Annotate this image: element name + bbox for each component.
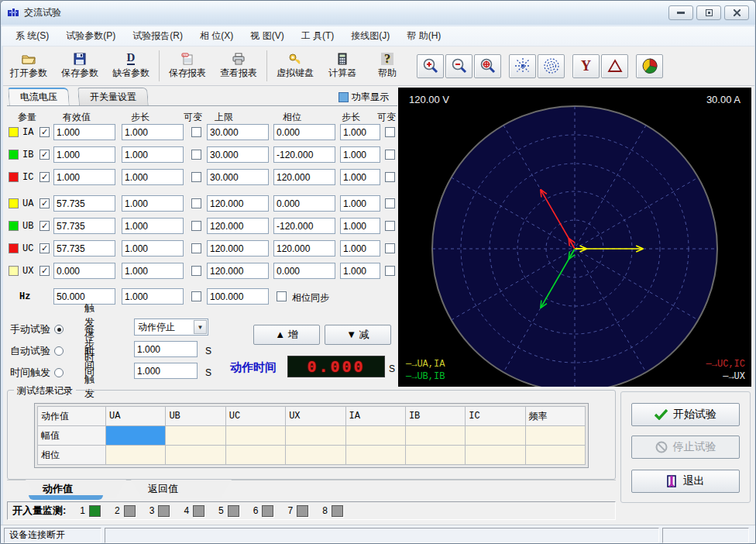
time-trigger-option[interactable]: 时间触发 时间触发 S	[10, 363, 64, 382]
variable-checkbox[interactable]	[191, 243, 201, 253]
decrease-button[interactable]: ▼ 减	[325, 325, 391, 345]
save-report-button[interactable]: EXL 保存报表	[162, 48, 213, 84]
enable-checkbox[interactable]	[40, 243, 50, 253]
value-input[interactable]	[53, 263, 115, 279]
menu-tools[interactable]: 工 具(T)	[294, 27, 342, 45]
manual-test-option[interactable]: 手动试验 触发停止 动作停止 ▼	[10, 320, 64, 339]
auto-test-option[interactable]: 自动试验 每步时间 S	[10, 342, 64, 360]
menu-view[interactable]: 视 图(V)	[242, 27, 291, 45]
enable-checkbox[interactable]	[40, 127, 50, 137]
value-input[interactable]	[53, 146, 115, 163]
variable-checkbox[interactable]	[191, 221, 201, 231]
delta-mode-button[interactable]	[601, 54, 628, 78]
enable-checkbox[interactable]	[40, 198, 50, 208]
phase-step-input[interactable]	[340, 240, 380, 257]
virtual-keyboard-button[interactable]: 虚拟键盘	[270, 48, 321, 84]
save-params-button[interactable]: 保存参数	[54, 48, 105, 84]
zoom-reset-button[interactable]	[474, 54, 501, 78]
selected-cell[interactable]	[106, 426, 166, 446]
manual-test-radio[interactable]	[54, 325, 64, 334]
limit-input[interactable]	[207, 169, 269, 185]
phase-variable-checkbox[interactable]	[385, 198, 395, 208]
step-input[interactable]	[122, 195, 184, 212]
tab-switch-settings[interactable]: 开关量设置	[77, 88, 149, 105]
variable-checkbox[interactable]	[191, 198, 201, 208]
phase-input[interactable]	[273, 124, 335, 140]
tab-return-value[interactable]: 返回值	[131, 480, 232, 498]
step-input[interactable]	[122, 218, 184, 234]
dropdown-arrow-icon[interactable]: ▼	[194, 320, 207, 334]
phase-step-input[interactable]	[340, 124, 380, 140]
start-test-button[interactable]: 开始试验	[631, 403, 740, 426]
enable-checkbox[interactable]	[40, 266, 50, 276]
phase-sync-checkbox[interactable]	[277, 291, 287, 301]
limit-input[interactable]	[207, 218, 269, 234]
power-display-checkbox[interactable]	[338, 92, 349, 102]
step-input[interactable]	[122, 169, 184, 185]
value-input[interactable]	[53, 169, 115, 185]
calculator-button[interactable]: 计算器	[321, 48, 364, 84]
phase-input[interactable]	[273, 195, 335, 212]
phase-variable-checkbox[interactable]	[385, 266, 395, 276]
step-input[interactable]	[122, 240, 184, 257]
variable-checkbox[interactable]	[191, 150, 201, 160]
menu-wiring-diagram[interactable]: 接线图(J)	[343, 27, 397, 45]
hz-variable-checkbox[interactable]	[191, 291, 201, 301]
phase-input[interactable]	[273, 263, 335, 279]
limit-input[interactable]	[207, 195, 269, 212]
zoom-out-button[interactable]	[445, 54, 472, 78]
stop-test-button[interactable]: 停止试验	[631, 436, 740, 459]
wye-mode-button[interactable]: Y	[572, 54, 600, 78]
value-input[interactable]	[53, 124, 115, 140]
step-input[interactable]	[122, 263, 184, 279]
phase-input[interactable]	[273, 146, 335, 163]
menu-help[interactable]: 帮 助(H)	[399, 27, 448, 45]
enable-checkbox[interactable]	[40, 221, 50, 231]
menu-test-params[interactable]: 试验参数(P)	[58, 27, 123, 45]
close-button[interactable]	[724, 5, 749, 20]
phase-variable-checkbox[interactable]	[385, 172, 395, 182]
hz-step-input[interactable]	[122, 288, 184, 305]
help-button[interactable]: ? 帮助	[364, 48, 411, 84]
time-trigger-input[interactable]	[134, 363, 198, 379]
variable-checkbox[interactable]	[191, 266, 201, 276]
restore-button[interactable]	[696, 5, 721, 20]
phase-step-input[interactable]	[340, 195, 380, 212]
step-input[interactable]	[122, 124, 184, 140]
tab-current-voltage[interactable]: 电流电压	[8, 88, 70, 105]
phase-input[interactable]	[273, 218, 335, 234]
hz-limit-input[interactable]	[207, 288, 269, 305]
menu-phase[interactable]: 相 位(X)	[192, 27, 241, 45]
value-input[interactable]	[53, 195, 115, 212]
phase-variable-checkbox[interactable]	[385, 221, 395, 231]
phase-step-input[interactable]	[340, 146, 380, 163]
limit-input[interactable]	[207, 146, 269, 163]
auto-test-radio[interactable]	[54, 346, 64, 356]
value-input[interactable]	[53, 218, 115, 234]
exit-button[interactable]: 退出	[631, 470, 740, 493]
phase-variable-checkbox[interactable]	[385, 243, 395, 253]
trigger-stop-dropdown[interactable]: 动作停止 ▼	[134, 318, 208, 336]
pie-display-button[interactable]	[636, 54, 663, 78]
menu-test-report[interactable]: 试验报告(R)	[125, 27, 191, 45]
enable-checkbox[interactable]	[40, 172, 50, 182]
variable-checkbox[interactable]	[191, 172, 201, 182]
title-bar[interactable]: 交流试验	[1, 1, 755, 26]
phase-variable-checkbox[interactable]	[385, 150, 395, 160]
rays-display-button[interactable]	[509, 54, 536, 78]
value-input[interactable]	[53, 240, 115, 257]
phase-step-input[interactable]	[340, 218, 380, 234]
phase-input[interactable]	[273, 169, 335, 185]
phase-variable-checkbox[interactable]	[385, 127, 395, 137]
variable-checkbox[interactable]	[191, 127, 201, 137]
limit-input[interactable]	[207, 240, 269, 257]
open-params-button[interactable]: 打开参数	[3, 48, 54, 84]
rings-display-button[interactable]	[538, 54, 565, 78]
enable-checkbox[interactable]	[40, 150, 50, 160]
view-report-button[interactable]: 查看报表	[213, 48, 264, 84]
minimize-button[interactable]	[668, 5, 693, 20]
time-trigger-radio[interactable]	[54, 368, 64, 377]
power-display-toggle[interactable]: 功率显示	[338, 91, 389, 104]
phase-step-input[interactable]	[340, 263, 380, 279]
menu-system[interactable]: 系 统(S)	[8, 27, 57, 45]
